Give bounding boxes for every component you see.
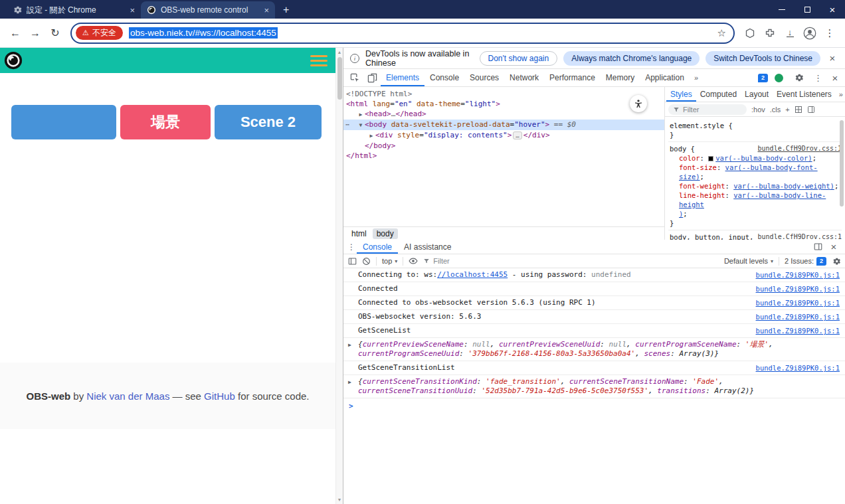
- devtools-menu-icon[interactable]: ⋮: [814, 73, 822, 83]
- drawer-tab-console[interactable]: Console: [357, 240, 398, 254]
- page-scrollbar[interactable]: ▲ ▼: [335, 48, 343, 504]
- styles-tab-computed[interactable]: Computed: [696, 87, 741, 102]
- console-message[interactable]: bundle.Z9i89PK0.js:1Connected to obs-web…: [343, 296, 845, 310]
- console-source-link[interactable]: bundle.Z9i89PK0.js:1: [756, 326, 840, 335]
- console-source-link[interactable]: bundle.Z9i89PK0.js:1: [756, 363, 840, 373]
- hover-state-toggle[interactable]: :hov: [751, 106, 765, 114]
- drawer-close-icon[interactable]: ×: [828, 241, 840, 252]
- console-message[interactable]: bundle.Z9i89PK0.js:1GetSceneTransitionLi…: [343, 361, 845, 375]
- css-property[interactable]: font-weight: var(--bulma-body-weight);: [670, 181, 842, 191]
- stylesheet-link[interactable]: bundle.CfH9Drov.css:1: [758, 144, 842, 153]
- downloads-icon[interactable]: ↓: [780, 23, 800, 43]
- menu-hamburger-icon[interactable]: [310, 55, 328, 66]
- breadcrumb-item-html[interactable]: html: [347, 228, 371, 239]
- styles-tab-layout[interactable]: Layout: [741, 87, 773, 102]
- context-selector[interactable]: top▾: [382, 257, 397, 265]
- device-toolbar-icon[interactable]: [363, 69, 381, 86]
- live-expression-eye-icon[interactable]: [409, 256, 418, 266]
- dock-panel-icon[interactable]: [814, 242, 822, 251]
- settings-gear-icon[interactable]: [790, 69, 807, 86]
- console-prompt[interactable]: >: [343, 398, 845, 414]
- scene-button-2[interactable]: 場景: [120, 105, 211, 139]
- scene-button-1[interactable]: [11, 105, 116, 139]
- drawer-tab-ai-assistance[interactable]: AI assistance: [398, 240, 457, 254]
- scrollbar-thumb[interactable]: [337, 57, 342, 100]
- console-message[interactable]: ▶{currentSceneTransitionKind: 'fade_tran…: [343, 375, 845, 398]
- status-dot-icon[interactable]: [775, 74, 783, 82]
- new-style-rule-icon[interactable]: +: [785, 106, 789, 114]
- class-toggle[interactable]: .cls: [770, 106, 781, 114]
- grid-icon[interactable]: [795, 106, 802, 114]
- scene-button-3[interactable]: Scene 2: [215, 105, 322, 139]
- styles-filter-input[interactable]: Filter: [668, 104, 747, 115]
- console-message[interactable]: ▶{currentPreviewSceneName: null, current…: [343, 338, 845, 361]
- styles-tab-event-listeners[interactable]: Event Listeners: [773, 87, 836, 102]
- devtools-tab-console[interactable]: Console: [424, 69, 464, 86]
- profile-avatar-icon[interactable]: [800, 23, 820, 43]
- messages-badge[interactable]: 2: [758, 74, 768, 82]
- color-swatch[interactable]: [708, 156, 713, 161]
- devtools-tab-performance[interactable]: Performance: [544, 69, 601, 86]
- issues-link[interactable]: 2 Issues:2: [785, 257, 826, 266]
- devtools-tab-sources[interactable]: Sources: [464, 69, 504, 86]
- dom-tree-node[interactable]: ⋯▼<body data-sveltekit-preload-data="hov…: [343, 120, 664, 130]
- dom-tree-node[interactable]: <html lang="en" data-theme="light">: [343, 99, 664, 109]
- github-link[interactable]: GitHub: [204, 390, 235, 402]
- minimize-button[interactable]: [769, 0, 795, 19]
- console-message[interactable]: bundle.Z9i89PK0.js:1OBS-websocket versio…: [343, 310, 845, 324]
- console-message[interactable]: bundle.Z9i89PK0.js:1Connecting to: ws://…: [343, 268, 845, 282]
- extension-icon-1[interactable]: [740, 23, 760, 43]
- console-message[interactable]: bundle.Z9i89PK0.js:1Connected: [343, 282, 845, 296]
- bookmark-star-icon[interactable]: ☆: [717, 27, 730, 39]
- switch-to-chinese-button[interactable]: Switch DevTools to Chinese: [705, 51, 820, 66]
- dom-tree-node[interactable]: ▶<div style="display: contents">…</div>: [343, 130, 664, 141]
- console-message[interactable]: bundle.Z9i89PK0.js:1GetSceneList: [343, 324, 845, 338]
- devtools-tab-network[interactable]: Network: [504, 69, 544, 86]
- match-language-button[interactable]: Always match Chrome's language: [563, 51, 700, 66]
- tab-close-icon[interactable]: ×: [264, 5, 269, 15]
- breadcrumb-item-body[interactable]: body: [373, 228, 398, 239]
- node-overflow-icon[interactable]: ⋯: [345, 120, 349, 129]
- url-text[interactable]: obs-web.niek.tv/#ws://localhost:4455: [129, 27, 278, 39]
- css-property[interactable]: font-size: var(--bulma-body-font-size);: [670, 163, 842, 181]
- devtools-tab-elements[interactable]: Elements: [381, 69, 424, 86]
- expand-arrow-icon[interactable]: ▶: [348, 341, 351, 350]
- browser-tab-obs-web[interactable]: OBS-web remote control ×: [141, 1, 275, 19]
- css-property[interactable]: color: var(--bulma-body-color);: [670, 153, 842, 163]
- back-button[interactable]: ←: [5, 23, 25, 43]
- styles-tab-styles[interactable]: Styles: [666, 87, 696, 102]
- console-sidebar-icon[interactable]: [348, 257, 357, 266]
- extension-icon-2[interactable]: [760, 23, 780, 43]
- address-bar[interactable]: ⚠不安全 obs-web.niek.tv/#ws://localhost:445…: [70, 23, 735, 44]
- devtools-close-icon[interactable]: ×: [829, 72, 841, 84]
- console-source-link[interactable]: bundle.Z9i89PK0.js:1: [756, 284, 840, 294]
- console-source-link[interactable]: bundle.Z9i89PK0.js:1: [756, 312, 840, 321]
- expand-arrow-icon[interactable]: ▶: [367, 131, 375, 141]
- stylesheet-link[interactable]: bundle.CfH9Drov.css:1: [758, 232, 842, 240]
- dom-tree-node[interactable]: ▶<head>…</head>: [343, 109, 664, 120]
- inspect-element-icon[interactable]: [346, 69, 363, 86]
- more-tabs-icon[interactable]: »: [690, 74, 703, 82]
- maximize-button[interactable]: [795, 0, 820, 19]
- dom-tree-node[interactable]: </body>: [343, 141, 664, 151]
- clear-console-icon[interactable]: [362, 257, 371, 266]
- css-property[interactable]: line-height: var(--bulma-body-line-heigh…: [670, 191, 842, 218]
- window-close-button[interactable]: ×: [820, 0, 845, 19]
- expand-arrow-icon[interactable]: ▼: [357, 120, 365, 130]
- new-tab-button[interactable]: +: [275, 1, 297, 19]
- dont-show-again-button[interactable]: Don't show again: [480, 51, 558, 66]
- forward-button[interactable]: →: [25, 23, 45, 43]
- dom-tree-node[interactable]: <!DOCTYPE html>: [343, 89, 664, 99]
- browser-menu-icon[interactable]: ⋮: [820, 23, 840, 43]
- styles-more-tabs-icon[interactable]: »: [836, 90, 845, 98]
- drawer-menu-icon[interactable]: ⋮: [346, 242, 357, 252]
- scroll-down-icon[interactable]: ▼: [337, 495, 342, 504]
- styles-scrollbar[interactable]: [840, 120, 844, 207]
- log-levels-dropdown[interactable]: Default levels▾: [724, 257, 773, 265]
- dom-tree-node[interactable]: </html>: [343, 151, 664, 161]
- browser-tab-settings[interactable]: 設定 - 關於 Chrome ×: [7, 1, 141, 19]
- expand-arrow-icon[interactable]: ▶: [348, 378, 351, 387]
- computed-panel-icon[interactable]: [807, 106, 815, 114]
- console-source-link[interactable]: bundle.Z9i89PK0.js:1: [756, 298, 840, 307]
- author-link[interactable]: Niek van der Maas: [86, 390, 169, 402]
